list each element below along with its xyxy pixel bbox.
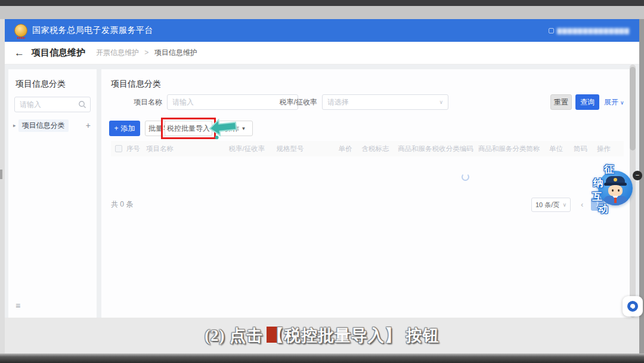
breadcrumb-separator: > [144,48,148,57]
caption-part2-wrap: 【税控批量导入】 [268,325,401,346]
tree-caret-icon[interactable]: ▸ [13,122,16,128]
expand-link[interactable]: 展开∨ [604,97,624,107]
video-frame-top [0,0,644,6]
tax-batch-import-highlight-box: 税控批量导入 [161,118,216,139]
add-button[interactable]: + 添加 [109,121,140,136]
add-label: 添加 [121,124,135,134]
caption-part3: 按钮 [401,327,439,344]
breadcrumb-current: 项目信息维护 [154,48,197,57]
expand-label: 展开 [604,98,618,106]
header-account-area[interactable]: ▇▇▇▇▇▇▇▇▇▇▇▇▇▇ [549,27,630,34]
tax-rate-placeholder: 请选择 [327,97,349,107]
officer-face [608,185,623,196]
video-frame-bottom [0,353,644,363]
column-header: 税率/征收率 [229,144,277,153]
tax-rate-select[interactable]: 请选择 ∨ [322,94,448,110]
query-button[interactable]: 查询 [575,94,599,110]
column-header: 商品和服务分类简称 [478,144,549,153]
page-title: 项目信息维护 [32,47,85,59]
tree-item-project-category[interactable]: ▸ 项目信息分类 + [8,118,97,133]
column-header: 规格型号 [277,144,330,153]
user-icon [549,28,554,33]
column-header: 操作 [597,144,624,153]
pagination-prev-button[interactable]: ‹ [581,200,583,209]
officer-eye [618,189,620,192]
pointer-arrow-annotation [209,117,239,140]
column-header: 序号 [126,144,146,153]
video-frame-tick [0,170,2,179]
mascot-minimize-button[interactable]: − [633,171,642,180]
caption-part1: (2) 点击 [205,327,268,344]
tax-rate-label: 税率/征收率 [267,94,317,110]
tax-emblem-logo-icon [14,24,27,37]
chevron-down-icon: ∨ [439,99,443,105]
tree-add-icon[interactable]: + [86,121,91,130]
sidebar-collapse-icon[interactable]: ≡ [16,301,20,310]
chevron-down-icon: ∨ [620,100,624,106]
mascot-widget[interactable]: 征 纳 互 动 [587,158,644,216]
screen: 国家税务总局电子发票服务平台 ▇▇▇▇▇▇▇▇▇▇▇▇▇▇ ← 项目信息维护 开… [0,0,644,363]
caret-down-icon: ▼ [242,126,246,131]
plus-icon: + [114,124,118,133]
loading-spinner [462,173,469,181]
table-header-row: 序号 项目名称 税率/征收率 规格型号 单价 含税标志 商品和服务税收分类编码 … [111,141,624,156]
sidebar-title: 项目信息分类 [8,69,97,96]
mascot-text: 征 [604,162,614,176]
project-name-label: 项目名称 [126,94,162,110]
mascot-text: 纳 [593,176,603,190]
app-header: 国家税务总局电子发票服务平台 ▇▇▇▇▇▇▇▇▇▇▇▇▇▇ [5,19,639,42]
caption-text: (2) 点击 【税控批量导入】 按钮 [205,325,439,346]
column-header: 简码 [574,144,597,153]
column-header: 单位 [549,144,574,153]
main-title: 项目信息分类 [111,79,161,90]
reset-button[interactable]: 重置 [550,94,572,110]
chevron-down-icon: ∨ [562,202,566,208]
page-size-value: 10 条/页 [535,201,559,210]
officer-hat-badge [614,178,617,182]
column-header: 含税标志 [356,144,392,153]
column-header: 项目名称 [146,144,229,153]
column-header: 商品和服务税收分类编码 [392,144,478,153]
tax-batch-import-button[interactable]: 税控批量导入 [165,121,212,136]
sidebar-panel: 项目信息分类 ▸ 项目信息分类 + ≡ [8,69,97,318]
service-float-button[interactable] [623,296,643,316]
back-button[interactable]: ← [14,48,24,58]
video-frame-margin-top [0,6,644,19]
officer-tie [614,198,617,203]
page-header: ← 项目信息维护 开票信息维护 > 项目信息维护 [5,42,639,64]
breadcrumb-parent[interactable]: 开票信息维护 [96,48,139,57]
select-all-checkbox[interactable] [115,145,122,152]
search-icon[interactable] [78,100,86,109]
video-frame-left [0,19,5,353]
main-panel: 项目信息分类 项目名称 税率/征收率 请选择 ∨ 重置 查询 展开∨ + 添加 … [101,69,633,318]
company-name-blurred: ▇▇▇▇▇▇▇▇▇▇▇▇▇▇ [557,27,630,34]
sidebar-search [14,97,91,112]
tree-item-label[interactable]: 项目信息分类 [18,119,69,132]
column-header: 单价 [330,144,355,153]
total-count: 共 0 条 [111,199,133,210]
breadcrumb: 开票信息维护 > 项目信息维护 [96,48,197,58]
service-icon [627,301,638,312]
caption-bar: (2) 点击 【税控批量导入】 按钮 [5,318,639,353]
caption-part2: 【税控批量导入】 [268,327,401,344]
app-title: 国家税务总局电子发票服务平台 [32,25,153,36]
mascot-text: 动 [598,202,608,216]
officer-eye [612,189,614,192]
page-size-select[interactable]: 10 条/页 ∨ [531,198,571,212]
scrollbar-thumb[interactable] [630,67,636,150]
